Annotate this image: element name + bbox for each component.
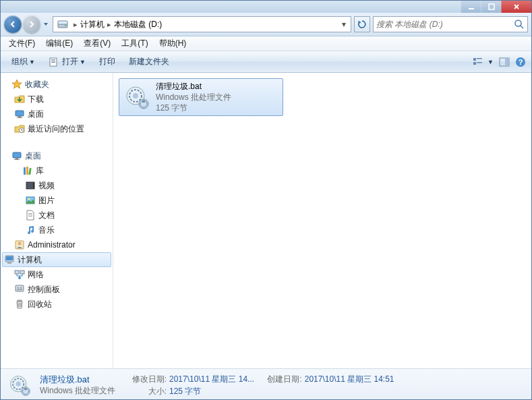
forward-button[interactable] <box>23 16 40 33</box>
nav-history-dropdown[interactable] <box>42 22 50 27</box>
new-folder-button[interactable]: 新建文件夹 <box>123 53 175 70</box>
sidebar-item-computer[interactable]: 计算机 <box>2 252 111 267</box>
sidebar-item-music[interactable]: 音乐 <box>1 223 113 237</box>
svg-rect-20 <box>17 117 22 118</box>
favorites-header[interactable]: 收藏夹 <box>1 77 113 92</box>
address-bar[interactable]: ▸ 计算机 ▸ 本地磁盘 (D:) ▾ <box>53 16 351 32</box>
refresh-button[interactable] <box>354 16 370 32</box>
details-mod-label: 修改日期: <box>129 373 167 385</box>
file-name: 清理垃圾.bat <box>156 81 231 92</box>
computer-icon <box>4 254 15 265</box>
recycle-icon <box>14 299 25 310</box>
nav-arrows <box>4 16 50 33</box>
open-icon <box>49 57 59 67</box>
search-icon[interactable] <box>514 19 525 30</box>
svg-rect-47 <box>16 285 24 291</box>
svg-point-4 <box>65 25 66 26</box>
file-list[interactable]: 清理垃圾.bat Windows 批处理文件 125 字节 <box>113 73 531 368</box>
svg-rect-12 <box>473 62 476 65</box>
open-button[interactable]: 打开 ▼ <box>43 53 91 70</box>
menu-bar: 文件(F) 编辑(E) 查看(V) 工具(T) 帮助(H) <box>1 36 531 51</box>
help-icon[interactable]: ? <box>515 57 526 67</box>
sidebar-item-administrator[interactable]: Administrator <box>1 237 113 252</box>
menu-file[interactable]: 文件(F) <box>3 36 40 51</box>
svg-rect-63 <box>24 388 27 390</box>
svg-rect-19 <box>18 116 21 117</box>
sidebar-item-documents[interactable]: 文档 <box>1 208 113 223</box>
svg-rect-38 <box>28 216 32 217</box>
breadcrumb-segment[interactable]: 本地磁盘 (D:) <box>114 19 162 30</box>
sidebar-item-recent[interactable]: 最近访问的位置 <box>1 121 113 136</box>
sidebar-item-network[interactable]: 网络 <box>1 267 113 282</box>
svg-rect-51 <box>18 300 22 302</box>
sidebar-item-control-panel[interactable]: 控制面板 <box>1 282 113 297</box>
bat-file-icon <box>123 84 150 111</box>
minimize-button[interactable] <box>461 1 481 13</box>
details-size-label: 大小: <box>129 385 167 397</box>
menu-edit[interactable]: 编辑(E) <box>40 36 78 51</box>
svg-rect-3 <box>58 21 67 24</box>
sidebar-item-recycle-bin[interactable]: 回收站 <box>1 297 113 312</box>
view-dropdown-icon[interactable]: ▼ <box>487 59 494 65</box>
preview-pane-icon[interactable] <box>499 57 510 67</box>
svg-rect-8 <box>51 61 55 61</box>
file-size: 125 字节 <box>156 103 231 113</box>
svg-point-32 <box>27 185 28 186</box>
navigation-pane[interactable]: 收藏夹 下载 桌面 最近访问的位置 桌面 <box>1 73 113 368</box>
svg-rect-30 <box>33 182 34 189</box>
details-created-label: 创建日期: <box>264 373 302 385</box>
svg-point-48 <box>18 287 19 289</box>
library-icon <box>22 165 33 176</box>
sidebar-item-libraries[interactable]: 库 <box>1 163 113 178</box>
organize-button[interactable]: 组织 ▼ <box>6 53 40 70</box>
details-name: 清理垃圾.bat <box>40 374 121 386</box>
details-size-value: 125 字节 <box>169 385 201 397</box>
sidebar-item-desktop[interactable]: 桌面 <box>1 107 113 121</box>
desktop-header[interactable]: 桌面 <box>1 148 113 163</box>
svg-rect-42 <box>6 256 13 260</box>
file-item[interactable]: 清理垃圾.bat Windows 批处理文件 125 字节 <box>119 78 283 116</box>
svg-point-5 <box>515 20 521 26</box>
body: 收藏夹 下载 桌面 最近访问的位置 桌面 <box>1 73 531 368</box>
svg-point-31 <box>27 183 28 184</box>
print-button[interactable]: 打印 <box>94 53 121 70</box>
svg-rect-7 <box>51 59 55 60</box>
title-bar <box>1 1 531 13</box>
sidebar-item-video[interactable]: 视频 <box>1 178 113 193</box>
breadcrumb-sep: ▸ <box>107 20 111 29</box>
svg-rect-18 <box>16 111 24 116</box>
music-icon <box>25 225 36 235</box>
menu-view[interactable]: 查看(V) <box>78 36 116 51</box>
svg-rect-25 <box>24 167 26 175</box>
details-pane: 清理垃圾.bat Windows 批处理文件 修改日期: 2017\10\11 … <box>1 368 531 400</box>
svg-rect-1 <box>489 4 494 9</box>
search-input[interactable] <box>376 20 514 29</box>
svg-rect-43 <box>7 262 11 264</box>
svg-point-40 <box>18 242 22 246</box>
maximize-button[interactable] <box>481 1 501 13</box>
svg-rect-26 <box>26 167 28 175</box>
svg-rect-36 <box>28 213 32 214</box>
sidebar-item-downloads[interactable]: 下载 <box>1 92 113 107</box>
download-icon <box>14 94 25 105</box>
address-dropdown[interactable]: ▾ <box>338 20 349 29</box>
close-button[interactable] <box>501 1 531 13</box>
menu-help[interactable]: 帮助(H) <box>154 36 192 51</box>
svg-rect-44 <box>15 270 19 274</box>
svg-rect-22 <box>13 152 21 158</box>
network-icon <box>14 269 25 280</box>
sidebar-item-pictures[interactable]: 图片 <box>1 193 113 208</box>
menu-tools[interactable]: 工具(T) <box>116 36 153 51</box>
svg-rect-23 <box>16 158 18 159</box>
details-created-value: 2017\10\11 星期三 14:51 <box>305 373 394 385</box>
svg-point-60 <box>16 381 21 386</box>
view-options-icon[interactable] <box>473 57 483 67</box>
svg-rect-50 <box>17 289 22 290</box>
svg-rect-37 <box>28 215 32 215</box>
file-type: Windows 批处理文件 <box>156 92 231 103</box>
svg-rect-15 <box>505 58 509 66</box>
breadcrumb-segment[interactable]: 计算机 <box>80 19 105 30</box>
search-box[interactable] <box>373 16 528 32</box>
recent-icon <box>14 123 25 134</box>
back-button[interactable] <box>4 16 22 33</box>
